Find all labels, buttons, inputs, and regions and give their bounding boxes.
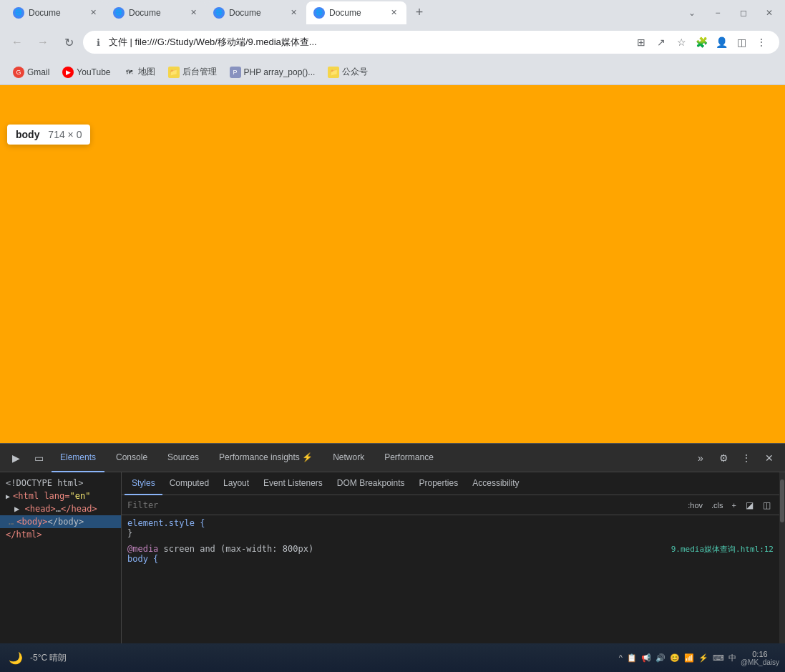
devtools-more-options[interactable]: ⋮	[736, 448, 756, 468]
tab-2-close[interactable]: ✕	[187, 7, 199, 19]
subtab-event-listeners[interactable]: Event Listeners	[256, 472, 330, 495]
window-controls: ⌄ − ◻ ✕	[679, 3, 779, 23]
devtools-tab-console[interactable]: Console	[107, 444, 156, 472]
bookmark-icon[interactable]: ☆	[672, 33, 691, 52]
minimize-button[interactable]: −	[708, 3, 728, 23]
bookmark-gmail-label: Gmail	[27, 67, 49, 77]
devtools-scrollbar[interactable]	[779, 472, 785, 643]
tab-3-favicon: 🌐	[213, 7, 225, 19]
bookmark-maps[interactable]: 🗺 地图	[118, 63, 161, 81]
taskbar-sys-icon-4: 😊	[670, 653, 680, 663]
styles-panel: Styles Computed Layout Event Listeners D	[122, 472, 779, 643]
dom-line-doctype[interactable]: <!DOCTYPE html>	[0, 477, 121, 490]
tab-4[interactable]: 🌐 Docume ✕	[306, 1, 406, 24]
dom-html-tag: <html lang=	[13, 491, 69, 501]
bookmark-backend[interactable]: 📁 后台管理	[162, 63, 223, 81]
taskbar-ime: 中	[728, 653, 736, 663]
devtools-scrollbar-thumb[interactable]	[780, 479, 784, 522]
maps-favicon: 🗺	[124, 67, 135, 78]
backend-favicon: 📁	[168, 67, 180, 78]
address-text: 文件 | file:///G:/Study/Web/移动端/9.media媒体查…	[109, 36, 628, 49]
translate-icon[interactable]: ⊞	[632, 33, 650, 52]
address-bar[interactable]: ℹ 文件 | file:///G:/Study/Web/移动端/9.media媒…	[83, 31, 779, 54]
devtools-more-tabs[interactable]: »	[691, 448, 711, 468]
bookmark-gmail[interactable]: G Gmail	[7, 64, 55, 81]
tab-1-title: Docume	[29, 8, 83, 18]
new-tab-button[interactable]: +	[409, 3, 429, 23]
devtools-close-button[interactable]: ✕	[759, 448, 779, 468]
devtools-tab-perf-insights[interactable]: Performance insights ⚡	[210, 444, 321, 472]
media-rule-block: @media screen and (max-width: 800px) 9.m…	[127, 544, 774, 564]
tab-3[interactable]: 🌐 Docume ✕	[206, 1, 306, 24]
computed-sidebar-btn[interactable]: ◪	[742, 498, 756, 512]
dom-body-dots: …	[9, 517, 14, 527]
bookmarks-bar: G Gmail ▶ YouTube 🗺 地图 📁 后台管理 P PHP arra…	[0, 59, 785, 85]
maximize-button[interactable]: ◻	[733, 3, 754, 23]
title-bar: 🌐 Docume ✕ 🌐 Docume ✕ 🌐 Docume ✕ 🌐 Docum…	[0, 0, 785, 25]
wechat-favicon: 📁	[328, 67, 339, 78]
bookmark-wechat[interactable]: 📁 公众号	[322, 63, 374, 81]
dom-head-text: ▶ <head>…</head>	[14, 504, 97, 514]
taskbar-time: 0:16 @MK_daisy	[741, 650, 779, 666]
subtab-properties[interactable]: Properties	[412, 472, 466, 495]
gmail-favicon: G	[13, 67, 24, 78]
extensions-icon[interactable]: 🧩	[692, 33, 711, 52]
taskbar-sys-icon-6: ⌨	[713, 653, 724, 663]
element-style-selector: element.style {	[127, 518, 774, 528]
taskbar-sys-icon-3: 🔊	[655, 653, 665, 663]
hover-toggle[interactable]: :hov	[685, 500, 706, 511]
devtools-settings-button[interactable]: ⚙	[713, 448, 733, 468]
back-button[interactable]: ←	[6, 31, 29, 54]
dom-line-html-close[interactable]: </html>	[0, 528, 121, 541]
tab-4-favicon: 🌐	[313, 7, 325, 19]
devtools-tab-elements[interactable]: Elements	[52, 444, 104, 472]
devtools-tab-network[interactable]: Network	[324, 444, 373, 472]
subtab-layout[interactable]: Layout	[216, 472, 256, 495]
devtools-tab-performance[interactable]: Performance	[376, 444, 442, 472]
tab-2-favicon: 🌐	[113, 7, 125, 19]
refresh-button[interactable]: ↻	[57, 31, 80, 54]
devtools-inspect-button[interactable]: ▶	[6, 448, 26, 468]
cls-toggle[interactable]: .cls	[708, 500, 726, 511]
bookmark-youtube[interactable]: ▶ YouTube	[57, 64, 116, 81]
forward-button[interactable]: →	[31, 31, 54, 54]
devtools-device-button[interactable]: ▭	[29, 448, 49, 468]
element-style-block: element.style { }	[127, 518, 774, 538]
subtab-styles[interactable]: Styles	[125, 472, 162, 495]
tab-2[interactable]: 🌐 Docume ✕	[106, 1, 206, 24]
split-view-btn[interactable]: ◫	[759, 498, 774, 512]
windows-taskbar: 🌙 -5°C 晴朗 ^ 📋 📢 🔊 😊 📶 ⚡ ⌨ 中 0:16 @MK_dai…	[0, 643, 785, 672]
dom-body-tag: <body>	[16, 517, 47, 527]
taskbar-caret[interactable]: ^	[619, 653, 623, 662]
chrome-menu-chevron[interactable]: ⌄	[682, 3, 702, 23]
profile-icon[interactable]: 👤	[712, 33, 731, 52]
taskbar-sys-icon-1: 📋	[627, 653, 637, 663]
file-link[interactable]: 9.media媒体查询.html:12	[671, 544, 774, 555]
tab-1-close[interactable]: ✕	[87, 7, 99, 19]
devtools-tab-sources[interactable]: Sources	[159, 444, 208, 472]
tab-4-title: Docume	[329, 8, 384, 18]
styles-filter-input[interactable]	[127, 500, 682, 510]
taskbar-weather-icon[interactable]: 🌙	[6, 648, 26, 668]
bookmark-php[interactable]: P PHP array_pop()...	[224, 64, 321, 81]
styles-filter-row: :hov .cls + ◪ ◫	[122, 495, 779, 515]
dom-line-head[interactable]: ▶ <head>…</head>	[0, 502, 121, 515]
add-style-btn[interactable]: +	[729, 500, 739, 511]
tooltip-tag: body	[16, 129, 39, 140]
dom-line-html[interactable]: ▶ <html lang="en"	[0, 490, 121, 502]
tab-1[interactable]: 🌐 Docume ✕	[6, 1, 106, 24]
tab-3-close[interactable]: ✕	[288, 7, 299, 19]
dom-line-body[interactable]: … <body> </body>	[0, 515, 121, 528]
tab-4-close[interactable]: ✕	[388, 7, 399, 19]
subtab-accessibility[interactable]: Accessibility	[465, 472, 526, 495]
close-button[interactable]: ✕	[759, 3, 779, 23]
share-icon[interactable]: ↗	[652, 33, 671, 52]
element-style-closing: }	[127, 528, 774, 538]
subtab-computed[interactable]: Computed	[162, 472, 216, 495]
dom-body-close: </body>	[48, 517, 84, 527]
taskbar-wifi-icon: 📶	[684, 653, 694, 663]
split-screen-icon[interactable]: ◫	[732, 33, 751, 52]
chrome-menu-button[interactable]: ⋮	[752, 33, 771, 52]
page-viewport: body 714 × 0	[0, 85, 785, 443]
subtab-dom-breakpoints[interactable]: DOM Breakpoints	[330, 472, 412, 495]
